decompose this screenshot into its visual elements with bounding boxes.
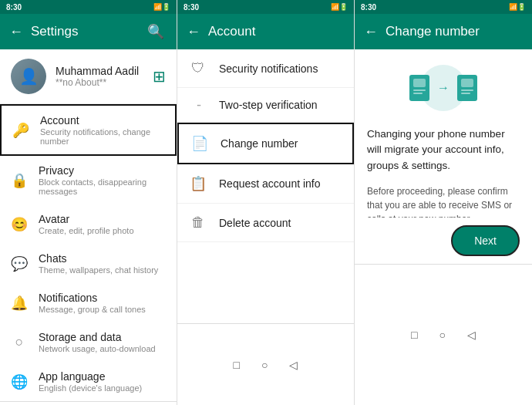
status-icons-1: 📶🔋 <box>153 3 170 11</box>
settings-item-avatar[interactable]: 😊 Avatar Create, edit, profile photo <box>0 204 177 244</box>
status-icons-2: 📶🔋 <box>331 3 348 11</box>
account-security-item[interactable]: 🛡 Security notifications <box>177 49 354 88</box>
chats-icon: 💬 <box>11 255 28 272</box>
settings-item-privacy[interactable]: 🔒 Privacy Block contacts, disappearing m… <box>0 156 177 204</box>
change-number-note1: Before proceeding, please confirm that y… <box>367 184 520 218</box>
language-subtitle: English (device's language) <box>39 383 166 393</box>
profile-info: Muhammad Aadil **no About** <box>56 65 143 88</box>
sim-bg: → <box>420 65 466 111</box>
settings-item-chats[interactable]: 💬 Chats Theme, wallpapers, chat history <box>0 244 177 283</box>
time-2: 8:30 <box>184 3 199 12</box>
account-app-bar: ← Account <box>177 14 354 49</box>
settings-item-account[interactable]: 🔑 Account Security notifications, change… <box>0 104 177 156</box>
notifications-text: Notifications Message, group & call tone… <box>39 292 166 314</box>
triangle-nav-2[interactable]: ◁ <box>289 359 298 371</box>
bottom-nav-3: □ ○ ◁ <box>355 264 532 405</box>
storage-label: Storage and data <box>39 331 166 343</box>
account-panel: 8:30 📶🔋 ← Account 🛡 Security notificatio… <box>177 0 355 405</box>
back-button-1[interactable]: ← <box>9 24 23 40</box>
security-icon: 🛡 <box>190 60 207 76</box>
phone-cards: → <box>408 73 479 103</box>
change-number-description: Changing your phone number will migrate … <box>367 127 520 174</box>
change-number-title: Change number <box>386 24 523 39</box>
settings-title: Settings <box>31 24 136 39</box>
requestinfo-icon: 📋 <box>190 175 207 192</box>
privacy-icon: 🔒 <box>11 172 28 189</box>
account-changenumber-item[interactable]: 📄 Change number <box>177 123 354 164</box>
time-1: 8:30 <box>6 3 22 12</box>
triangle-nav-3[interactable]: ◁ <box>467 329 476 341</box>
arrow-right-icon: → <box>437 81 450 95</box>
bottom-nav-2: □ ○ ◁ <box>177 323 354 405</box>
language-icon: 🌐 <box>11 373 28 390</box>
settings-item-language[interactable]: 🌐 App language English (device's languag… <box>0 362 177 401</box>
sim-card-left <box>408 73 431 103</box>
avatar-text: Avatar Create, edit, profile photo <box>39 213 166 235</box>
next-button[interactable]: Next <box>451 225 520 256</box>
delete-label: Delete account <box>219 217 291 229</box>
account-label: Account <box>40 114 164 127</box>
svg-rect-3 <box>413 93 423 94</box>
account-delete-item[interactable]: 🗑 Delete account <box>177 204 354 242</box>
account-requestinfo-item[interactable]: 📋 Request account info <box>177 164 354 204</box>
square-nav-2[interactable]: □ <box>234 359 240 371</box>
requestinfo-label: Request account info <box>219 177 321 190</box>
settings-item-storage[interactable]: ○ Storage and data Network usage, auto-d… <box>0 322 177 362</box>
square-nav-1[interactable]: □ <box>56 402 62 405</box>
account-subtitle: Security notifications, change number <box>40 127 164 146</box>
avatar-label: Avatar <box>39 213 166 225</box>
status-icons-3: 📶🔋 <box>509 3 526 11</box>
panel3-footer: Next <box>355 218 532 264</box>
svg-rect-5 <box>461 79 473 87</box>
storage-text: Storage and data Network usage, auto-dow… <box>39 331 166 353</box>
search-button[interactable]: 🔍 <box>144 20 167 43</box>
security-label: Security notifications <box>219 62 318 75</box>
storage-icon: ○ <box>11 334 28 350</box>
circle-nav-2[interactable]: ○ <box>261 359 268 371</box>
svg-rect-2 <box>413 89 426 91</box>
change-number-panel: 8:30 📶🔋 ← Change number → <box>355 0 532 405</box>
profile-section[interactable]: 👤 Muhammad Aadil **no About** ⊞ <box>0 49 177 104</box>
settings-item-notifications[interactable]: 🔔 Notifications Message, group & call to… <box>0 283 177 322</box>
chats-text: Chats Theme, wallpapers, chat history <box>39 252 166 275</box>
status-bar-2: 8:30 📶🔋 <box>177 0 354 14</box>
settings-app-bar: ← Settings 🔍 <box>0 14 177 49</box>
phone-illustration: → <box>367 65 520 111</box>
language-label: App language <box>39 370 166 383</box>
sim-card-right <box>456 73 479 103</box>
svg-rect-6 <box>461 89 473 91</box>
account-twostep-item[interactable]: ··· Two-step verification <box>177 88 354 123</box>
status-bar-3: 8:30 📶🔋 <box>355 0 532 14</box>
changenumber-label: Change number <box>221 137 298 150</box>
change-number-app-bar: ← Change number <box>355 14 532 49</box>
language-text: App language English (device's language) <box>39 370 166 393</box>
profile-about: **no About** <box>56 77 143 88</box>
qr-icon[interactable]: ⊞ <box>153 67 166 86</box>
privacy-subtitle: Block contacts, disappearing messages <box>39 177 166 196</box>
triangle-nav-1[interactable]: ◁ <box>112 402 120 405</box>
back-button-3[interactable]: ← <box>364 24 378 40</box>
circle-nav-1[interactable]: ○ <box>84 402 90 405</box>
notifications-label: Notifications <box>39 292 166 304</box>
avatar-image: 👤 <box>11 59 46 94</box>
status-bar-1: 8:30 📶🔋 <box>0 0 177 14</box>
time-3: 8:30 <box>361 3 376 12</box>
twostep-icon: ··· <box>190 100 207 110</box>
svg-rect-7 <box>461 93 470 94</box>
profile-name: Muhammad Aadil <box>56 65 143 77</box>
account-icon: 🔑 <box>12 122 29 139</box>
square-nav-3[interactable]: □ <box>411 329 417 341</box>
storage-subtitle: Network usage, auto-download <box>39 344 166 353</box>
circle-nav-3[interactable]: ○ <box>439 329 446 341</box>
avatar-icon: 😊 <box>11 216 28 233</box>
back-button-2[interactable]: ← <box>187 24 200 40</box>
changenumber-icon: 📄 <box>191 135 208 152</box>
chats-subtitle: Theme, wallpapers, chat history <box>39 265 166 275</box>
settings-panel: 8:30 📶🔋 ← Settings 🔍 👤 Muhammad Aadil **… <box>0 0 177 405</box>
bottom-nav-1: □ ○ ◁ <box>0 401 177 405</box>
twostep-label: Two-step verification <box>219 99 318 111</box>
avatar-subtitle: Create, edit, profile photo <box>39 226 166 235</box>
account-title: Account <box>208 24 345 39</box>
change-number-content: → Changing your phone number will migrat… <box>355 49 532 218</box>
privacy-label: Privacy <box>39 164 166 177</box>
